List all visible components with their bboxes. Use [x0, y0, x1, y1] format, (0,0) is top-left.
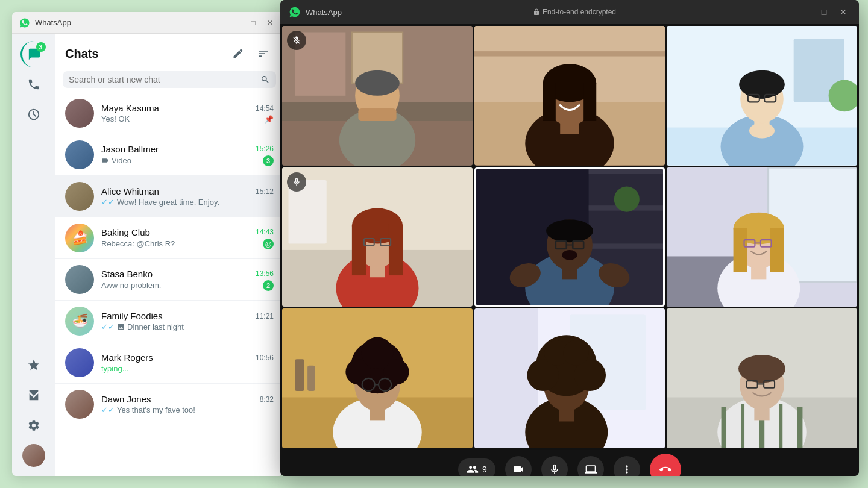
chat-item[interactable]: 🍜 Family Foodies 11:21 ✓✓ Dinner last ni… [55, 301, 283, 342]
svg-point-59 [562, 250, 577, 260]
video-feed [667, 167, 857, 307]
maximize-button[interactable]: □ [247, 17, 259, 29]
mention-badge: @ [263, 239, 274, 249]
svg-rect-13 [474, 51, 665, 56]
video-close-button[interactable]: ✕ [836, 5, 851, 19]
mute-indicator [287, 31, 306, 50]
sidebar-top: 3 [20, 41, 47, 352]
video-cell [474, 26, 665, 166]
sidebar-item-status[interactable] [20, 101, 47, 128]
chat-header: Chats [55, 34, 283, 69]
chat-preview: Video [101, 156, 131, 165]
chat-name: Family Foodies [101, 311, 163, 321]
avatar [65, 348, 94, 377]
chat-panel: Chats [55, 34, 283, 476]
filter-button[interactable] [253, 43, 274, 64]
chat-name: Mark Rogers [101, 352, 153, 363]
chat-item[interactable]: Jason Ballmer 15:26 Video 3 [55, 134, 283, 176]
search-input[interactable] [69, 75, 260, 84]
svg-point-9 [355, 70, 400, 96]
chat-preview: Yes! OK [101, 114, 130, 124]
svg-point-108 [738, 355, 785, 383]
chat-item[interactable]: 🍰 Baking Club 14:43 Rebecca: @Chris R? @ [55, 217, 283, 259]
chat-info: Maya Kasuma 14:54 Yes! OK 📌 [101, 103, 274, 124]
video-cell [474, 308, 665, 448]
encryption-label: End-to-end endcrypted [351, 8, 797, 16]
close-button[interactable]: ✕ [264, 17, 276, 29]
video-feed [667, 26, 857, 166]
more-options-button[interactable] [614, 456, 640, 476]
video-controls: 9 [280, 450, 859, 476]
svg-rect-75 [295, 360, 304, 392]
svg-rect-10 [358, 108, 396, 121]
svg-rect-76 [307, 366, 315, 391]
video-maximize-button[interactable]: □ [817, 5, 831, 19]
chat-info: Jason Ballmer 15:26 Video 3 [101, 144, 274, 166]
user-avatar[interactable] [20, 442, 47, 469]
chat-time: 13:56 [256, 269, 274, 278]
sidebar-item-chats[interactable]: 3 [20, 41, 47, 67]
video-cell [667, 308, 857, 448]
chat-item[interactable]: Mark Rogers 10:56 typing... [55, 342, 283, 384]
chat-info: Stasa Benko 13:56 Aww no problem. 2 [101, 269, 274, 291]
sidebar-item-settings[interactable] [20, 412, 47, 439]
chat-time: 11:21 [256, 312, 274, 321]
app-body: 3 [12, 34, 283, 476]
svg-point-83 [362, 337, 394, 369]
chat-item[interactable]: Alice Whitman 15:12 ✓✓ Wow! Have great t… [55, 176, 283, 217]
double-check-icon: ✓✓ [101, 322, 115, 331]
chat-name: Maya Kasuma [101, 103, 159, 113]
app-title: WhatsApp [35, 18, 230, 27]
chat-list: Maya Kasuma 14:54 Yes! OK 📌 Ja [55, 93, 283, 476]
svg-rect-40 [389, 225, 403, 275]
avatar [65, 390, 94, 419]
video-minimize-button[interactable]: – [797, 5, 812, 19]
microphone-button[interactable] [541, 456, 568, 476]
svg-rect-69 [770, 228, 784, 272]
chats-title: Chats [65, 47, 99, 61]
chat-name: Baking Club [101, 227, 150, 237]
end-call-button[interactable] [650, 454, 681, 476]
minimize-button[interactable]: – [230, 17, 242, 29]
new-chat-button[interactable] [228, 43, 248, 64]
chat-header-icons [228, 43, 274, 64]
sidebar: 3 [12, 34, 55, 476]
chat-time: 15:26 [256, 145, 274, 153]
svg-rect-46 [589, 167, 665, 174]
video-call-window: WhatsApp End-to-end endcrypted – □ ✕ [280, 0, 859, 476]
chat-time: 10:56 [256, 354, 274, 362]
svg-point-31 [749, 123, 775, 138]
avatar: 🍜 [65, 307, 94, 336]
participants-button[interactable]: 9 [458, 458, 495, 476]
sidebar-item-calls[interactable] [20, 71, 47, 98]
svg-point-49 [614, 186, 640, 211]
chat-name: Stasa Benko [101, 269, 153, 279]
video-feed [474, 167, 665, 307]
sidebar-item-archived[interactable] [20, 382, 47, 408]
whatsapp-icon [19, 17, 30, 28]
double-check-icon: ✓✓ [101, 405, 115, 414]
chat-info: Dawn Jones 8:32 ✓✓ Yes that's my fave to… [101, 394, 274, 414]
video-feed [282, 308, 473, 448]
video-cell [282, 308, 473, 448]
svg-point-53 [546, 219, 593, 242]
chat-name: Dawn Jones [101, 394, 151, 404]
chat-preview: ✓✓ Dinner last night [101, 322, 184, 331]
double-check-icon: ✓✓ [101, 198, 115, 207]
screen-share-button[interactable] [577, 456, 604, 476]
user-avatar-image [22, 444, 45, 467]
chat-time: 15:12 [256, 187, 274, 196]
video-feed [474, 26, 665, 166]
chat-info: Alice Whitman 15:12 ✓✓ Wow! Have great t… [101, 186, 274, 207]
chat-item[interactable]: Dawn Jones 8:32 ✓✓ Yes that's my fave to… [55, 384, 283, 425]
chat-item[interactable]: Maya Kasuma 14:54 Yes! OK 📌 [55, 93, 283, 134]
chat-preview: Aww no problem. [101, 281, 161, 290]
video-cell [667, 167, 857, 307]
chat-time: 14:54 [256, 104, 274, 113]
chat-info: Family Foodies 11:21 ✓✓ Dinner last nigh… [101, 311, 274, 331]
avatar [65, 99, 94, 128]
chat-item[interactable]: Stasa Benko 13:56 Aww no problem. 2 [55, 259, 283, 301]
camera-button[interactable] [505, 456, 532, 476]
mute-indicator [287, 172, 306, 192]
sidebar-item-starred[interactable] [20, 352, 47, 378]
